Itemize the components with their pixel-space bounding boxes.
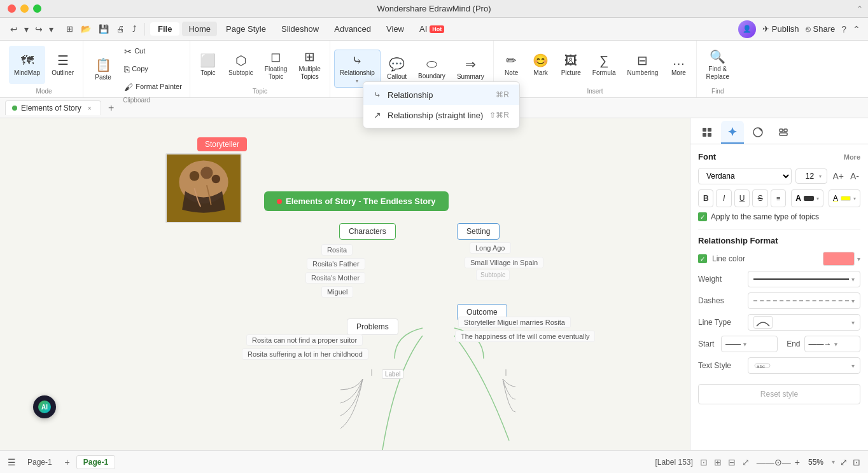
zoom-chevron[interactable]: ▾ — [832, 458, 835, 465]
start-arrow-select[interactable]: —— ▾ — [721, 336, 778, 352]
node-outcome1[interactable]: Storyteller Miguel marries Rosita — [458, 317, 571, 328]
publish-button[interactable]: ✈ Publish — [762, 24, 799, 34]
node-problems[interactable]: Problems — [347, 319, 398, 335]
tab-elements-of-story[interactable]: Elements of Story × — [5, 100, 101, 115]
share-button[interactable]: ⎋ Share — [806, 24, 836, 34]
node-rositas-mother[interactable]: Rosita's Mother — [305, 272, 365, 284]
font-family-select[interactable]: Verdana — [698, 168, 792, 184]
menu-ai[interactable]: AI Hot — [413, 22, 451, 36]
page-tab-1[interactable]: Page-1 — [21, 456, 59, 469]
bold-button[interactable]: B — [698, 189, 713, 207]
print-button[interactable]: 🖨 — [114, 23, 127, 35]
end-arrow-select[interactable]: ——→ ▾ — [804, 336, 861, 352]
add-page-button[interactable]: + — [61, 456, 74, 469]
layout-icon-1[interactable]: ⊡ — [698, 456, 710, 469]
tab-close-button[interactable]: × — [85, 104, 94, 113]
apply-checkbox[interactable]: ✓ — [698, 212, 707, 221]
node-rosita[interactable]: Rosita — [321, 244, 353, 256]
toggle-panel-button[interactable]: ☰ — [8, 457, 16, 467]
ai-button[interactable]: AI — [33, 395, 56, 418]
topic-button[interactable]: ⬜ Topic — [194, 46, 222, 84]
panel-tab-theme[interactable] — [746, 121, 769, 144]
mindmap-button[interactable]: 🗺 MindMap — [9, 46, 45, 84]
node-problem1[interactable]: Rosita can not find a proper suitor — [246, 334, 363, 346]
node-miguel[interactable]: Miguel — [321, 286, 353, 298]
formula-button[interactable]: ∑ Formula — [587, 46, 621, 84]
tab-add-button[interactable]: + — [104, 100, 119, 116]
panel-tab-style[interactable] — [696, 121, 718, 144]
open-button[interactable]: 📂 — [78, 23, 94, 35]
node-setting[interactable]: Setting — [457, 223, 500, 240]
collapse-panel-button[interactable]: ⌃ — [853, 24, 860, 34]
node-problem2[interactable]: Rosita suffering a lot in her childhood — [242, 348, 368, 360]
layout-icon-3[interactable]: ⊟ — [726, 456, 738, 469]
mark-button[interactable]: 😊 Mark — [527, 46, 555, 84]
menu-file[interactable]: File — [150, 22, 179, 36]
font-more-button[interactable]: More — [844, 153, 860, 161]
subtopic-button[interactable]: ⬡ Subtopic — [223, 46, 258, 84]
save-button[interactable]: 💾 — [96, 23, 111, 35]
weight-dropdown[interactable]: ▾ — [748, 271, 860, 287]
paste-button[interactable]: 📋 Paste — [87, 50, 119, 88]
minimize-button[interactable] — [20, 4, 29, 13]
outliner-button[interactable]: ☰ Outliner — [46, 46, 79, 84]
menu-slideshow[interactable]: Slideshow — [275, 22, 325, 36]
font-decrease-button[interactable]: A- — [849, 170, 860, 182]
node-storyteller[interactable]: Storyteller — [197, 137, 247, 151]
multiple-topics-button[interactable]: ⊞ Multiple Topics — [293, 46, 325, 84]
menu-view[interactable]: View — [380, 22, 410, 36]
node-small-village[interactable]: Small Village in Spain — [465, 257, 543, 268]
line-color-swatch[interactable] — [823, 252, 855, 266]
undo-button[interactable]: ↩ — [8, 23, 20, 36]
redo-button[interactable]: ↪ — [32, 23, 45, 36]
redo-dropdown[interactable]: ▾ — [46, 23, 56, 36]
rel-label[interactable]: Label — [382, 369, 403, 379]
export-button[interactable]: ⤴ — [130, 23, 139, 35]
floating-topic-button[interactable]: ◻ Floating Topic — [260, 46, 293, 84]
node-subtopic[interactable]: Subtopic — [476, 270, 510, 280]
zoom-slider[interactable]: ——⊙— — [757, 457, 791, 467]
numbering-button[interactable]: ⊟ Numbering — [622, 46, 663, 84]
canvas[interactable]: Storyteller Elements of Story - — [0, 118, 690, 450]
active-page-tab[interactable]: Page-1 — [76, 455, 115, 469]
node-rositas-father[interactable]: Rosita's Father — [307, 258, 365, 270]
font-color-button[interactable]: A ▾ — [791, 189, 823, 207]
underline-button[interactable]: U — [734, 189, 750, 207]
collapse-button[interactable]: ⌃ — [857, 4, 863, 13]
picture-button[interactable]: 🖼 Picture — [556, 46, 586, 84]
line-color-checkbox[interactable]: ✓ — [698, 254, 707, 263]
dashes-dropdown[interactable]: ▾ — [748, 292, 860, 309]
panel-tab-layout[interactable] — [772, 121, 795, 144]
fullscreen-button[interactable]: ⤢ — [840, 457, 848, 467]
highlight-color-button[interactable]: A ▾ — [829, 189, 860, 207]
more-button[interactable]: … More — [664, 46, 692, 84]
close-button[interactable] — [8, 4, 16, 13]
italic-button[interactable]: I — [716, 189, 731, 207]
layout-icon-2[interactable]: ⊞ — [712, 456, 724, 469]
node-image[interactable] — [165, 153, 242, 223]
text-style-dropdown[interactable]: abc ▾ — [748, 357, 860, 374]
find-replace-button[interactable]: 🔍 Find & Replace — [701, 46, 734, 84]
node-central[interactable]: Elements of Story - The Endless Story — [264, 191, 449, 211]
line-type-dropdown[interactable]: ▾ — [748, 314, 860, 331]
profile-avatar[interactable]: 👤 — [738, 20, 756, 38]
maximize-button[interactable] — [33, 4, 41, 13]
relationship-option-straight[interactable]: ↗ Relationship (straight line) ⇧⌘R — [363, 105, 519, 125]
node-long-ago[interactable]: Long Ago — [470, 242, 511, 254]
menu-page-style[interactable]: Page Style — [220, 22, 272, 36]
fit-screen-button[interactable]: ⤢ — [740, 456, 752, 469]
history-button[interactable]: ⊞ — [64, 23, 76, 35]
format-painter-button[interactable]: 🖌 Format Painter — [120, 79, 186, 95]
zoom-in-button[interactable]: + — [795, 457, 800, 467]
line-color-chevron[interactable]: ▾ — [857, 256, 860, 263]
menu-advanced[interactable]: Advanced — [328, 22, 377, 36]
align-button[interactable]: ≡ — [771, 189, 786, 207]
node-outcome2[interactable]: The happiness of life will come eventual… — [455, 331, 595, 342]
panel-tab-ai[interactable] — [721, 121, 744, 144]
node-characters[interactable]: Characters — [339, 223, 396, 240]
expand-button[interactable]: ⊡ — [853, 457, 860, 467]
reset-style-button[interactable]: Reset style — [698, 384, 860, 404]
undo-dropdown[interactable]: ▾ — [22, 23, 31, 36]
font-increase-button[interactable]: A+ — [831, 170, 845, 182]
copy-button[interactable]: ⎘ Copy — [120, 61, 186, 78]
